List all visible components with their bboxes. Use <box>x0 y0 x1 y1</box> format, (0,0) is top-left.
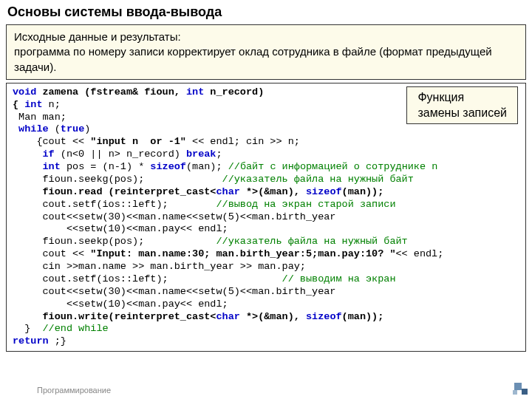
code-text: *>(&man), <box>240 311 306 322</box>
code-text: ; <box>216 149 222 160</box>
string-literal: "input n or -1" <box>90 136 186 147</box>
code-text: cin >>man.name >> man.birth_year >> man.… <box>13 261 306 272</box>
code-text: } <box>13 323 43 334</box>
kw-void: void <box>13 86 36 98</box>
kw-int: int <box>43 161 61 172</box>
code-text: << endl; <box>396 248 444 259</box>
code-text: ;} <box>49 335 66 347</box>
code-text: fioun.seekg(pos); <box>13 174 222 185</box>
comment: //указатель файла на нужный байт <box>222 174 414 185</box>
code-text: (man)); <box>342 186 384 197</box>
kw-int: int <box>24 99 42 110</box>
callout-line1: Функция <box>417 90 507 106</box>
footer-text: Программирование <box>37 386 111 395</box>
code-text: ( <box>49 123 61 134</box>
kw-char: char <box>216 311 239 322</box>
code-text: fioun.write(reinterpret_cast< <box>13 311 216 322</box>
code-text: <<setw(10)<<man.pay<< endl; <box>13 299 228 310</box>
code-text: {cout << <box>13 136 90 147</box>
comment: //байт с информацией о сотруднике n <box>228 161 438 172</box>
comment: // выводим на экран <box>282 273 396 284</box>
kw-int: int <box>186 86 204 98</box>
code-text: zamena (fstream& fioun, <box>36 86 186 98</box>
string-literal: "Input: man.name:30; man.birth_year:5;ma… <box>90 248 395 259</box>
code-text: cout.setf(ios::left); <box>13 199 216 210</box>
code-text: { <box>13 99 24 110</box>
code-text: cout<<setw(30)<<man.name<<setw(5)<<man.b… <box>13 286 335 297</box>
kw-return: return <box>13 335 49 347</box>
comment: //вывод на экран старой записи <box>216 199 395 210</box>
comment: //указатель файла на нужный байт <box>216 236 407 247</box>
code-text: fioun.read (reinterpret_cast< <box>13 186 216 197</box>
code-text: cout<<setw(30)<<man.name<<setw(5)<<man.b… <box>13 211 335 222</box>
code-text: <<setw(10)<<man.pay<< endl; <box>13 223 228 234</box>
intro-box: Исходные данные и результаты: программа … <box>6 24 526 80</box>
page-title: Основы системы ввода-вывода <box>7 4 525 20</box>
code-text <box>13 161 43 172</box>
kw-sizeof: sizeof <box>306 311 342 322</box>
callout-box: Функция замены записей <box>406 86 518 125</box>
code-text: Man man; <box>13 112 66 123</box>
code-text: cout.setf(ios::left); <box>13 273 282 284</box>
code-text: *>(&man), <box>240 186 306 197</box>
code-text: (man)); <box>342 311 384 322</box>
code-text: (n<0 || n> n_record) <box>55 149 186 160</box>
kw-true: true <box>61 123 84 134</box>
kw-break: break <box>186 149 216 160</box>
code-text: pos = (n-1) * <box>61 161 151 172</box>
corner-decoration-icon <box>510 381 529 396</box>
code-text: fioun.seekp(pos); <box>13 236 216 247</box>
code-text <box>13 149 43 160</box>
callout-line2: замены записей <box>417 106 507 121</box>
kw-sizeof: sizeof <box>150 161 186 172</box>
intro-heading: Исходные данные и результаты: <box>14 30 181 43</box>
kw-while: while <box>18 123 49 134</box>
code-block: void zamena (fstream& fioun, int n_recor… <box>6 83 526 352</box>
code-text: n; <box>43 99 61 110</box>
comment: //end while <box>43 323 109 334</box>
code-text <box>13 123 18 134</box>
code-text: n_record) <box>204 86 264 98</box>
code-text: ) <box>84 123 90 134</box>
intro-body: программа по номеру записи корректирует … <box>14 45 492 72</box>
code-text: cout << <box>13 248 90 259</box>
kw-char: char <box>216 186 239 197</box>
kw-sizeof: sizeof <box>306 186 342 197</box>
code-text: << endl; cin >> n; <box>186 136 300 147</box>
kw-if: if <box>43 149 55 160</box>
code-text: (man); <box>186 161 228 172</box>
slide: Основы системы ввода-вывода Исходные дан… <box>0 0 532 399</box>
